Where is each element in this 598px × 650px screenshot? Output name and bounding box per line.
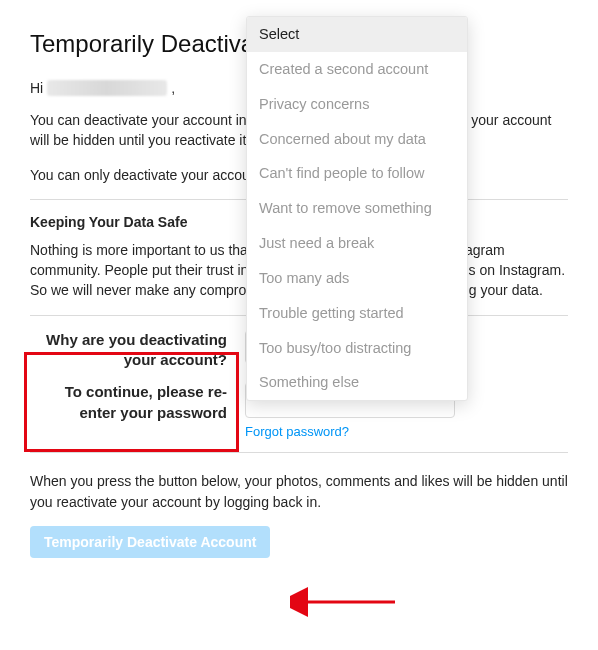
temporarily-deactivate-button[interactable]: Temporarily Deactivate Account xyxy=(30,526,270,558)
dropdown-option-data-concern[interactable]: Concerned about my data xyxy=(247,122,467,157)
dropdown-option-too-busy[interactable]: Too busy/too distracting xyxy=(247,331,467,366)
footer-note: When you press the button below, your ph… xyxy=(30,471,568,512)
reason-dropdown-panel: Select Created a second account Privacy … xyxy=(246,16,468,401)
dropdown-option-something-else[interactable]: Something else xyxy=(247,365,467,400)
divider xyxy=(30,452,568,453)
dropdown-option-remove-something[interactable]: Want to remove something xyxy=(247,191,467,226)
dropdown-option-privacy[interactable]: Privacy concerns xyxy=(247,87,467,122)
forgot-password-link[interactable]: Forgot password? xyxy=(245,424,349,439)
greeting-prefix: Hi xyxy=(30,80,43,96)
password-label: To continue, please re-enter your passwo… xyxy=(30,382,245,423)
dropdown-option-trouble-starting[interactable]: Trouble getting started xyxy=(247,296,467,331)
annotation-arrow-icon xyxy=(290,586,400,618)
dropdown-option-need-break[interactable]: Just need a break xyxy=(247,226,467,261)
dropdown-option-too-many-ads[interactable]: Too many ads xyxy=(247,261,467,296)
username-redacted xyxy=(47,80,167,96)
dropdown-option-select[interactable]: Select xyxy=(247,17,467,52)
dropdown-option-second-account[interactable]: Created a second account xyxy=(247,52,467,87)
reason-label: Why are you deactivating your account? xyxy=(30,330,245,371)
dropdown-option-cant-find-people[interactable]: Can't find people to follow xyxy=(247,156,467,191)
